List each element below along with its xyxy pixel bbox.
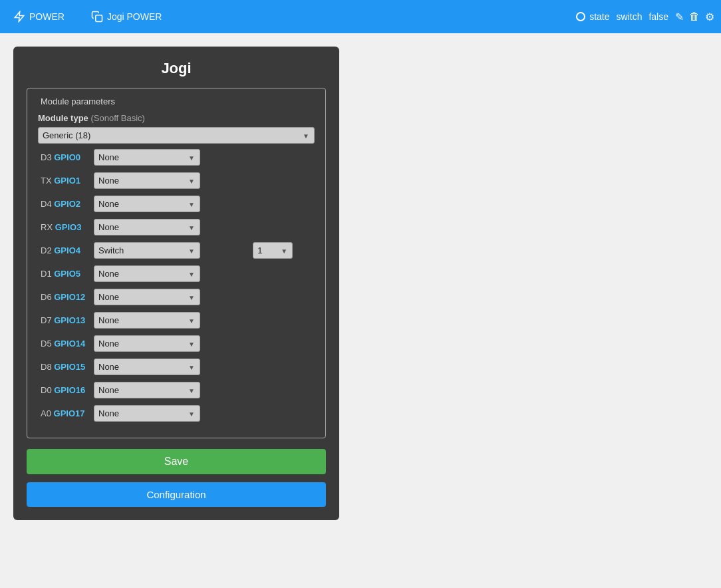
gpio-select-gpio1[interactable]: NoneSwitchButtonRelayLEDPWMCounterADC: [94, 172, 200, 189]
gpio-select-gpio15[interactable]: NoneSwitchButtonRelayLEDPWMCounterADC: [94, 359, 200, 375]
gpio-pin: D5: [41, 339, 52, 349]
gpio-row: D5 GPIO14NoneSwitchButtonRelayLEDPWMCoun…: [38, 334, 315, 353]
value-label: false: [649, 11, 668, 22]
gpio-select-wrapper: NoneSwitchButtonRelayLEDPWMCounterADC: [94, 289, 200, 305]
gpio-name: GPIO15: [54, 362, 85, 372]
config-button[interactable]: Configuration: [27, 482, 326, 507]
gpio-name: GPIO5: [54, 269, 80, 279]
module-type-text: Module type: [38, 113, 88, 123]
gpio-pin: D1: [41, 269, 52, 279]
gpio-row: RX GPIO3NoneSwitchButtonRelayLEDPWMCount…: [38, 218, 315, 237]
tab-power[interactable]: POWER: [7, 7, 71, 27]
gpio-pin: D3: [41, 152, 52, 162]
gpio-name: GPIO12: [54, 292, 85, 302]
gpio-label: TX GPIO1: [38, 171, 91, 190]
gpio-name: GPIO0: [54, 152, 80, 162]
gpio-num-select-gpio4[interactable]: 1234: [253, 242, 293, 259]
delete-icon[interactable]: 🗑: [689, 11, 700, 23]
copy-icon: [91, 11, 103, 23]
tab-power-label: POWER: [29, 11, 65, 22]
gpio-select-gpio14[interactable]: NoneSwitchButtonRelayLEDPWMCounterADC: [94, 335, 200, 352]
state-circle-icon: [576, 12, 585, 21]
gpio-select-gpio3[interactable]: NoneSwitchButtonRelayLEDPWMCounterADC: [94, 219, 200, 235]
gpio-row: TX GPIO1NoneSwitchButtonRelayLEDPWMCount…: [38, 171, 315, 190]
gpio-label: D2 GPIO4: [38, 241, 91, 260]
gpio-select-gpio5[interactable]: NoneSwitchButtonRelayLEDPWMCounterADC: [94, 265, 200, 282]
gpio-pin: D7: [41, 315, 52, 325]
module-type-select[interactable]: Generic (18)Sonoff Basic (1)Sonoff RF (2…: [38, 127, 315, 144]
gpio-label: D6 GPIO12: [38, 287, 91, 307]
gpio-num-wrapper: 1234: [253, 242, 293, 259]
gpio-select-wrapper: NoneSwitchButtonRelayLEDPWMCounterADC: [94, 172, 200, 189]
gpio-row: D6 GPIO12NoneSwitchButtonRelayLEDPWMCoun…: [38, 287, 315, 307]
gpio-select-gpio4[interactable]: NoneSwitchButtonRelayLEDPWMCounterADC: [94, 242, 200, 259]
gpio-name: GPIO4: [54, 245, 80, 255]
gpio-row: D2 GPIO4NoneSwitchButtonRelayLEDPWMCount…: [38, 241, 315, 260]
gpio-row: A0 GPIO17NoneSwitchButtonRelayLEDPWMCoun…: [38, 404, 315, 423]
gpio-name: GPIO2: [54, 199, 80, 209]
gpio-row: D8 GPIO15NoneSwitchButtonRelayLEDPWMCoun…: [38, 357, 315, 376]
gpio-label: D1 GPIO5: [38, 264, 91, 283]
gpio-select-gpio17[interactable]: NoneSwitchButtonRelayLEDPWMCounterADC: [94, 405, 200, 422]
gpio-row: D4 GPIO2NoneSwitchButtonRelayLEDPWMCount…: [38, 194, 315, 214]
tab-jogi-power-label: Jogi POWER: [107, 11, 162, 22]
card: Jogi Module parameters Module type (Sono…: [13, 47, 339, 520]
main: Jogi Module parameters Module type (Sono…: [0, 33, 721, 533]
gpio-name: GPIO3: [55, 222, 82, 232]
topbar-right: state switch false ✎ 🗑 ⚙: [576, 11, 714, 23]
gpio-pin: A0: [41, 408, 51, 418]
gpio-select-wrapper: NoneSwitchButtonRelayLEDPWMCounterADC: [94, 219, 200, 235]
card-title: Jogi: [27, 60, 326, 77]
gpio-name: GPIO17: [54, 408, 85, 418]
gpio-label: D7 GPIO13: [38, 311, 91, 330]
gpio-pin: TX: [41, 176, 52, 186]
save-button[interactable]: Save: [27, 449, 326, 474]
gpio-select-wrapper: NoneSwitchButtonRelayLEDPWMCounterADC: [94, 335, 200, 352]
gpio-name: GPIO13: [54, 315, 85, 325]
gpio-select-gpio2[interactable]: NoneSwitchButtonRelayLEDPWMCounterADC: [94, 196, 200, 212]
gpio-name: GPIO1: [54, 176, 80, 186]
gpio-select-wrapper: NoneSwitchButtonRelayLEDPWMCounterADC: [94, 359, 200, 375]
gpio-name: GPIO14: [54, 339, 85, 349]
gpio-select-wrapper: NoneSwitchButtonRelayLEDPWMCounterADC: [94, 312, 200, 329]
state-label: state: [589, 11, 609, 22]
gpio-table: D3 GPIO0NoneSwitchButtonRelayLEDPWMCount…: [38, 144, 315, 427]
module-params-section: Module parameters Module type (Sonoff Ba…: [27, 88, 326, 438]
switch-label: switch: [617, 11, 643, 22]
state-indicator: state: [576, 11, 609, 22]
settings-icon[interactable]: ⚙: [705, 11, 714, 23]
module-type-hint: (Sonoff Basic): [90, 113, 144, 123]
module-type-select-wrapper: Generic (18)Sonoff Basic (1)Sonoff RF (2…: [38, 127, 315, 144]
gpio-select-gpio0[interactable]: NoneSwitchButtonRelayLEDPWMCounterADC: [94, 149, 200, 166]
gpio-label: D3 GPIO0: [38, 148, 91, 167]
gpio-select-wrapper: NoneSwitchButtonRelayLEDPWMCounterADC: [94, 405, 200, 422]
gpio-label: D4 GPIO2: [38, 194, 91, 214]
gpio-pin: D2: [41, 245, 52, 255]
gpio-select-gpio13[interactable]: NoneSwitchButtonRelayLEDPWMCounterADC: [94, 312, 200, 329]
gpio-select-wrapper: NoneSwitchButtonRelayLEDPWMCounterADC: [94, 242, 200, 259]
gpio-select-wrapper: NoneSwitchButtonRelayLEDPWMCounterADC: [94, 196, 200, 212]
gpio-select-gpio12[interactable]: NoneSwitchButtonRelayLEDPWMCounterADC: [94, 289, 200, 305]
gpio-row: D0 GPIO16NoneSwitchButtonRelayLEDPWMCoun…: [38, 380, 315, 400]
gpio-row: D7 GPIO13NoneSwitchButtonRelayLEDPWMCoun…: [38, 311, 315, 330]
power-icon: [13, 11, 25, 23]
tab-jogi-power[interactable]: Jogi POWER: [84, 7, 168, 27]
module-type-label: Module type (Sonoff Basic): [38, 113, 315, 123]
module-params-legend: Module parameters: [38, 96, 315, 106]
svg-rect-0: [96, 15, 102, 22]
gpio-label: D0 GPIO16: [38, 380, 91, 400]
gpio-pin: D6: [41, 292, 52, 302]
topbar-actions: ✎ 🗑 ⚙: [675, 11, 714, 23]
gpio-pin: RX: [41, 222, 53, 232]
gpio-select-wrapper: NoneSwitchButtonRelayLEDPWMCounterADC: [94, 382, 200, 398]
gpio-label: A0 GPIO17: [38, 404, 91, 423]
topbar: POWER Jogi POWER state switch false ✎ 🗑 …: [0, 0, 721, 33]
edit-icon[interactable]: ✎: [675, 11, 684, 23]
gpio-select-wrapper: NoneSwitchButtonRelayLEDPWMCounterADC: [94, 149, 200, 166]
gpio-select-gpio16[interactable]: NoneSwitchButtonRelayLEDPWMCounterADC: [94, 382, 200, 398]
gpio-pin: D8: [41, 362, 52, 372]
gpio-label: D8 GPIO15: [38, 357, 91, 376]
gpio-label: D5 GPIO14: [38, 334, 91, 353]
gpio-select-wrapper: NoneSwitchButtonRelayLEDPWMCounterADC: [94, 265, 200, 282]
gpio-pin: D0: [41, 385, 52, 395]
